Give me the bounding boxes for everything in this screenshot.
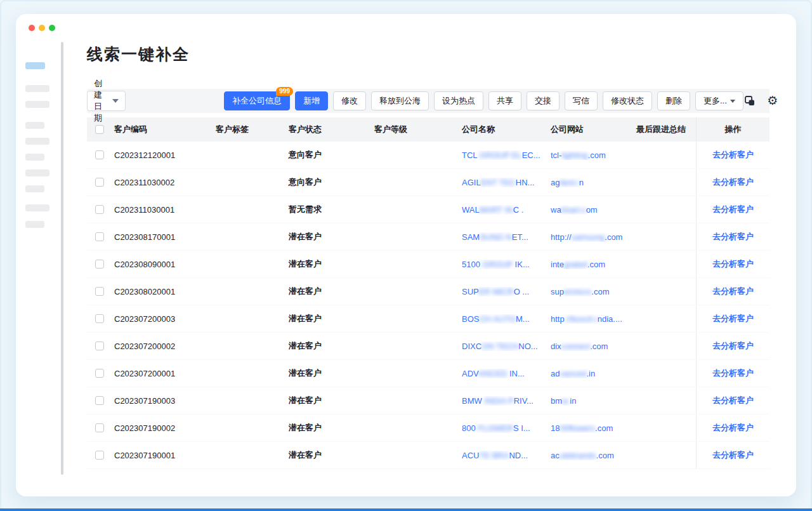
analyze-customer-link[interactable]: 去分析客户 bbox=[712, 340, 754, 352]
company-name-link[interactable]: ADVANCED IN... bbox=[460, 369, 549, 378]
analyze-customer-link[interactable]: 去分析客户 bbox=[712, 204, 754, 215]
customer-status: 潜在客户 bbox=[287, 368, 372, 379]
company-website-link[interactable]: advanced.in bbox=[549, 369, 634, 378]
row-checkbox[interactable] bbox=[95, 260, 104, 269]
company-website-link[interactable]: 1800flowers.com bbox=[549, 423, 634, 433]
bottom-accent-bar bbox=[0, 508, 812, 511]
row-checkbox[interactable] bbox=[95, 342, 104, 350]
company-name-link[interactable]: BOSCH AUTOM... bbox=[460, 314, 549, 324]
more-button[interactable]: 更多... bbox=[695, 91, 743, 110]
modify-label: 修改 bbox=[341, 95, 358, 107]
company-website-link[interactable]: acutebrands.com bbox=[549, 451, 634, 460]
column-header-company-website[interactable]: 公司网站 bbox=[549, 124, 634, 135]
customer-status: 意向客户 bbox=[287, 176, 372, 188]
company-name-link[interactable]: SUPER MICRO ... bbox=[460, 287, 549, 296]
analyze-customer-link[interactable]: 去分析客户 bbox=[712, 422, 754, 434]
chevron-down-icon bbox=[112, 99, 119, 103]
close-window-button[interactable] bbox=[29, 25, 35, 31]
company-name-link[interactable]: TCL GROUP ELEC... bbox=[460, 150, 549, 160]
column-header-customer-status[interactable]: 客户状态 bbox=[287, 124, 372, 135]
chevron-down-icon bbox=[730, 100, 735, 103]
analyze-customer-link[interactable]: 去分析客户 bbox=[712, 258, 754, 270]
analyze-customer-link[interactable]: 去分析客户 bbox=[712, 395, 754, 406]
row-checkbox[interactable] bbox=[95, 369, 104, 378]
sidebar-scrollbar[interactable] bbox=[61, 42, 63, 475]
toolbar-icon-group: ⚙ bbox=[743, 95, 782, 107]
company-website-link[interactable]: bmw.in bbox=[549, 396, 634, 406]
company-website-link[interactable]: walmart.com bbox=[549, 205, 634, 215]
sidebar-item-placeholder bbox=[25, 204, 49, 211]
table-row: C202307200002 潜在客户 DIXCON TECHNO... dixc… bbox=[87, 333, 769, 360]
row-checkbox[interactable] bbox=[95, 451, 104, 460]
row-checkbox[interactable] bbox=[95, 205, 104, 214]
set-hotspot-button[interactable]: 设为热点 bbox=[434, 91, 483, 110]
company-name-link[interactable]: BMW INDIA PRIV... bbox=[460, 396, 549, 406]
table-row: C202308170001 潜在客户 SAMSUNG NET... http:/… bbox=[87, 223, 769, 251]
company-name-link[interactable]: 5100 GROUP IK... bbox=[460, 260, 549, 269]
add-button[interactable]: 新增 bbox=[295, 91, 328, 110]
company-website-link[interactable]: integrated.com bbox=[549, 260, 634, 269]
analyze-customer-link[interactable]: 去分析客户 bbox=[712, 286, 754, 297]
table-body: C202312120001 意向客户 TCL GROUP ELEC... tcl… bbox=[87, 142, 769, 469]
row-checkbox[interactable] bbox=[95, 232, 104, 241]
app-window: 线索一键补全 创建日期 补全公司信息 999 新增 修改 释放到公海 设为热点 … bbox=[16, 14, 796, 496]
delete-button[interactable]: 删除 bbox=[657, 91, 690, 110]
handover-button[interactable]: 交接 bbox=[527, 91, 560, 110]
company-website-link[interactable]: agilent.in bbox=[549, 178, 634, 187]
view-toggle-icon[interactable] bbox=[743, 95, 756, 107]
complete-company-info-button[interactable]: 补全公司信息 999 bbox=[224, 91, 290, 110]
sidebar-item-placeholder bbox=[25, 122, 44, 129]
analyze-customer-link[interactable]: 去分析客户 bbox=[712, 449, 754, 461]
company-name-link[interactable]: AGILENT TECHN... bbox=[460, 178, 549, 187]
share-button[interactable]: 共享 bbox=[488, 91, 521, 110]
modify-button[interactable]: 修改 bbox=[333, 91, 366, 110]
row-checkbox[interactable] bbox=[95, 314, 104, 323]
more-label: 更多... bbox=[704, 95, 727, 107]
column-header-customer-tag[interactable]: 客户标签 bbox=[214, 124, 287, 135]
company-website-link[interactable]: dixconnect.com bbox=[549, 342, 634, 351]
write-letter-button[interactable]: 写信 bbox=[565, 91, 598, 110]
company-name-link[interactable]: DIXCON TECHNO... bbox=[460, 342, 549, 351]
column-header-customer-code[interactable]: 客户编码 bbox=[112, 124, 214, 135]
analyze-customer-link[interactable]: 去分析客户 bbox=[712, 231, 754, 242]
minimize-window-button[interactable] bbox=[39, 25, 45, 31]
create-date-filter-dropdown[interactable]: 创建日期 bbox=[87, 91, 126, 111]
customer-status: 潜在客户 bbox=[287, 340, 372, 352]
sidebar-item-placeholder bbox=[25, 154, 44, 161]
row-checkbox[interactable] bbox=[95, 396, 104, 405]
analyze-customer-link[interactable]: 去分析客户 bbox=[712, 313, 754, 324]
customer-code: C202307200002 bbox=[112, 342, 214, 351]
row-checkbox[interactable] bbox=[95, 150, 104, 159]
company-name-link[interactable]: WALMART INC . bbox=[460, 205, 549, 215]
customer-status: 潜在客户 bbox=[287, 422, 372, 434]
select-all-checkbox[interactable] bbox=[95, 125, 104, 134]
row-checkbox[interactable] bbox=[95, 178, 104, 187]
analyze-customer-link[interactable]: 去分析客户 bbox=[712, 149, 754, 161]
column-header-customer-level[interactable]: 客户等级 bbox=[372, 124, 460, 135]
company-name-link[interactable]: 800 FLOWERS I... bbox=[460, 423, 549, 433]
release-to-public-pool-button[interactable]: 释放到公海 bbox=[371, 91, 429, 110]
settings-gear-icon[interactable]: ⚙ bbox=[766, 95, 779, 107]
analyze-customer-link[interactable]: 去分析客户 bbox=[712, 368, 754, 379]
write-letter-label: 写信 bbox=[573, 95, 589, 107]
column-header-company-name[interactable]: 公司名称 bbox=[460, 124, 549, 135]
column-header-last-followup[interactable]: 最后跟进总结 bbox=[634, 124, 696, 135]
company-website-link[interactable]: tcl-lighting.com bbox=[549, 150, 634, 160]
customer-code: C202308020001 bbox=[112, 287, 214, 296]
customer-status: 潜在客户 bbox=[287, 258, 372, 270]
filter-label: 创建日期 bbox=[94, 78, 102, 124]
analyze-customer-link[interactable]: 去分析客户 bbox=[712, 176, 754, 188]
table-row: C202307190001 潜在客户 ACUTE BRAND... acuteb… bbox=[87, 442, 769, 469]
table-row: C202311030002 意向客户 AGILENT TECHN... agil… bbox=[87, 169, 769, 196]
company-website-link[interactable]: http://bosch.india.... bbox=[549, 314, 634, 324]
row-checkbox[interactable] bbox=[95, 423, 104, 432]
company-name-link[interactable]: ACUTE BRAND... bbox=[460, 451, 549, 460]
table-row: C202307190003 潜在客户 BMW INDIA PRIV... bmw… bbox=[87, 387, 769, 415]
modify-status-button[interactable]: 修改状态 bbox=[603, 91, 652, 110]
zoom-window-button[interactable] bbox=[49, 25, 55, 31]
company-website-link[interactable]: http://samsung.com bbox=[549, 232, 634, 242]
company-website-link[interactable]: supermicro.com bbox=[549, 287, 634, 296]
row-checkbox[interactable] bbox=[95, 287, 104, 296]
company-name-link[interactable]: SAMSUNG NET... bbox=[460, 232, 549, 242]
table-header: 客户编码 客户标签 客户状态 客户等级 公司名称 公司网站 最后跟进总结 操作 bbox=[87, 117, 769, 142]
